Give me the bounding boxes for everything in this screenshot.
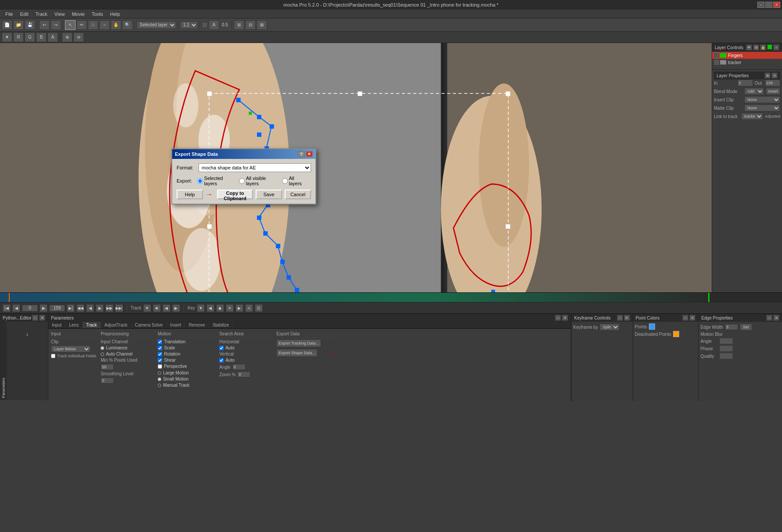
ep-close-icon[interactable]: ✕ — [773, 315, 779, 321]
tab-track[interactable]: Track — [83, 322, 101, 328]
params-min-icon[interactable]: ─ — [555, 315, 561, 321]
save-btn[interactable]: 💾 — [25, 20, 35, 30]
blend-mode-select[interactable]: Add — [744, 88, 764, 95]
undo-btn[interactable]: ↩ — [39, 20, 50, 30]
zoom-select[interactable]: 1:1 — [180, 21, 198, 29]
layer-color-icon[interactable] — [767, 44, 772, 50]
track-fwd-btn[interactable]: ▶ — [172, 304, 180, 312]
menu-track[interactable]: Track — [32, 11, 51, 18]
tb2-btn4[interactable]: B — [36, 32, 47, 42]
save-button[interactable]: Save — [256, 190, 282, 199]
params-tab[interactable]: Parameters — [0, 322, 7, 400]
go-end-btn[interactable]: ▶| — [67, 304, 75, 312]
minimize-btn[interactable]: ─ — [757, 2, 764, 8]
key-btn2[interactable]: ◆ — [216, 304, 224, 312]
select-tool[interactable]: ↖ — [65, 20, 76, 30]
channel-btn[interactable]: A — [209, 20, 219, 30]
track-rev-btn[interactable]: ◀ — [163, 304, 170, 312]
copy-to-clipboard-button[interactable]: Copy to Clipboard — [217, 190, 253, 199]
all-visible-radio[interactable]: All visible layers — [239, 176, 278, 186]
pc-min-icon[interactable]: ─ — [682, 315, 688, 321]
smoothing-input[interactable] — [101, 377, 114, 384]
props-close-icon[interactable]: ✕ — [771, 72, 778, 79]
track-stop-btn[interactable]: ■ — [153, 304, 161, 312]
kf-min-icon[interactable]: ─ — [617, 315, 623, 321]
key-btn3[interactable]: ✕ — [226, 304, 234, 312]
v-auto-check[interactable] — [219, 358, 224, 363]
fingers-visibility[interactable] — [714, 53, 719, 58]
new-btn[interactable]: 📄 — [2, 20, 12, 30]
tab-adjust-track[interactable]: AdjustTrack — [101, 322, 131, 328]
tracker-visibility[interactable] — [714, 60, 719, 65]
open-btn[interactable]: 📁 — [13, 20, 24, 30]
tab-remove[interactable]: Remove — [185, 322, 209, 328]
key-btn1[interactable]: ◀ — [206, 304, 214, 312]
edge-width-input[interactable] — [725, 324, 738, 330]
mb-angle-input[interactable] — [720, 338, 733, 344]
prev-key-btn[interactable]: ◀◀ — [76, 304, 84, 312]
auto-channel-radio[interactable] — [101, 352, 104, 356]
next-frame-btn[interactable]: ▶ — [40, 304, 47, 312]
track-options-btn[interactable]: ▼ — [143, 304, 151, 312]
menu-file[interactable]: File — [2, 11, 17, 18]
deactivated-color-swatch[interactable] — [673, 331, 679, 337]
close-btn[interactable]: ✕ — [773, 2, 780, 8]
layer-add-icon[interactable]: + — [773, 44, 779, 50]
rect-tool[interactable]: □ — [88, 20, 98, 30]
redo-btn[interactable]: ↪ — [51, 20, 61, 30]
help-button[interactable]: Help — [177, 190, 203, 199]
layer-below-select[interactable]: Layer Below — [51, 345, 91, 352]
all-layers-radio[interactable]: All layers — [282, 176, 307, 186]
props-expand-icon[interactable]: ⊕ — [764, 72, 771, 79]
invert-btn[interactable]: Invert — [766, 88, 780, 95]
key-btn5[interactable]: A — [245, 304, 253, 312]
move-tool[interactable]: ✋ — [111, 20, 121, 30]
tb2-btn1[interactable]: ▼ — [2, 32, 12, 42]
export-shape-btn[interactable]: Export Shape Data... — [276, 349, 318, 357]
py-close-icon[interactable]: ✕ — [39, 315, 45, 321]
mb-phase-input[interactable] — [720, 345, 733, 352]
tb2-btn6[interactable]: ⊕ — [62, 32, 72, 42]
tb2-btn5[interactable]: A — [47, 32, 58, 42]
pen-tool[interactable]: ✏ — [76, 20, 87, 30]
format-select[interactable]: mocha shape data for AE — [199, 163, 311, 172]
splin-select[interactable]: Splin — [600, 324, 619, 331]
layer-row-tracker[interactable]: tracker — [712, 59, 782, 66]
matte-clip-select[interactable]: None — [744, 104, 780, 111]
mb-quality-input[interactable] — [720, 353, 733, 359]
go-start-btn[interactable]: |◀ — [3, 304, 11, 312]
ellipse-tool[interactable]: ○ — [99, 20, 110, 30]
play-fwd-btn[interactable]: ▶▶ — [105, 304, 113, 312]
tb2-btn2[interactable]: R — [13, 32, 24, 42]
small-motion-radio[interactable] — [158, 377, 161, 381]
scale-check[interactable] — [158, 346, 162, 350]
layer-eye-icon[interactable]: 👁 — [746, 44, 752, 50]
tab-stabilize[interactable]: Stabilize — [209, 322, 233, 328]
ep-min-icon[interactable]: ─ — [766, 315, 772, 321]
tab-insert[interactable]: Insert — [167, 322, 185, 328]
manual-track-radio[interactable] — [158, 384, 161, 387]
maximize-btn[interactable]: □ — [765, 2, 772, 8]
track-fields-check[interactable] — [51, 354, 55, 358]
rewind-btn[interactable]: ◀ — [86, 304, 94, 312]
menu-help[interactable]: Help — [106, 11, 123, 18]
current-frame-input[interactable] — [22, 305, 38, 312]
params-close-icon[interactable]: ✕ — [562, 315, 568, 321]
selected-layers-radio[interactable]: Selected layers — [197, 176, 235, 186]
tab-input[interactable]: Input — [48, 322, 65, 328]
tb2-btn7[interactable]: ⊖ — [73, 32, 84, 42]
shear-check[interactable] — [158, 358, 162, 363]
cancel-button[interactable]: Cancel — [285, 190, 311, 199]
angle-input[interactable] — [232, 364, 246, 370]
in-input[interactable]: 0 — [738, 79, 753, 86]
dialog-close-btn[interactable]: ✕ — [306, 151, 313, 157]
perspective-check[interactable] — [158, 364, 162, 369]
export-tracking-btn[interactable]: Export Tracking Data... — [276, 339, 321, 347]
link-track-select[interactable]: tracker — [741, 113, 763, 120]
canvas-viewport[interactable]: Export Shape Data ? ✕ Format: mocha shap… — [0, 43, 712, 292]
out-input[interactable]: 159 — [765, 79, 780, 86]
menu-edit[interactable]: Edit — [17, 11, 32, 18]
menu-view[interactable]: View — [51, 11, 69, 18]
key-options-btn[interactable]: ▼ — [197, 304, 205, 312]
kf-close-icon[interactable]: ✕ — [624, 315, 630, 321]
